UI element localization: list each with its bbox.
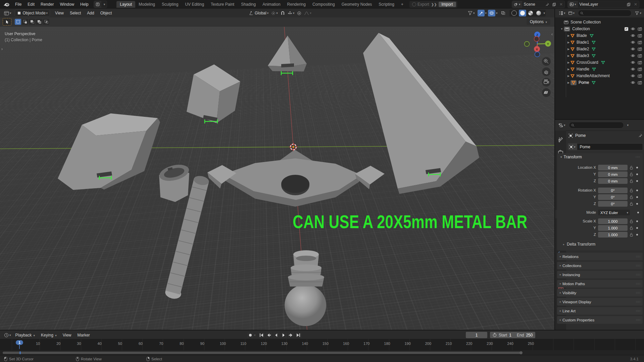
menu-help[interactable]: Help (77, 2, 92, 7)
viewport-3d[interactable]: Z Y X ‹ › (0, 17, 554, 330)
ruler-frame-70[interactable]: 70 (159, 342, 163, 346)
unlock-icon[interactable] (630, 195, 633, 199)
scale-y-field[interactable]: 1.000 (598, 225, 628, 231)
camera-icon[interactable] (638, 27, 642, 31)
collection-checkbox[interactable]: ✓ (625, 27, 628, 31)
panel-relations[interactable]: ▸Relations∷∷ (557, 253, 643, 260)
unlock-icon[interactable] (630, 232, 633, 237)
disclosure-closed-icon[interactable]: ▶ (566, 68, 571, 71)
shading-rendered-button[interactable] (535, 10, 542, 16)
workspace-tab-rendering[interactable]: Rendering (284, 1, 309, 8)
unlock-icon[interactable] (630, 165, 633, 170)
copy-icon[interactable] (625, 1, 632, 8)
camera-icon[interactable] (638, 34, 642, 38)
disclosure-closed-icon[interactable]: ▶ (566, 34, 571, 37)
rotation-x-field[interactable]: 0° (598, 188, 628, 193)
mesh-blade2-block[interactable] (187, 64, 240, 123)
zoom-button[interactable] (542, 57, 551, 66)
menu-window[interactable]: Window (57, 2, 77, 7)
ruler-frame-240[interactable]: 240 (507, 342, 513, 346)
unlock-icon[interactable] (630, 188, 633, 193)
transform-panel-header[interactable]: ▾ Transform ∷∷ (560, 155, 640, 159)
panel-collections[interactable]: ▸Collections∷∷ (557, 262, 643, 269)
select-mode-invert[interactable] (36, 19, 42, 25)
ruler-frame-110[interactable]: 110 (240, 342, 246, 346)
start-value[interactable]: 1 (509, 333, 515, 338)
scale-x-field[interactable]: 1.000 (598, 218, 628, 224)
visibility-dropdown[interactable]: ▾ (466, 10, 476, 16)
overlays-toggle[interactable] (488, 10, 495, 16)
pin-icon[interactable] (638, 134, 642, 138)
eye-icon[interactable] (631, 47, 635, 51)
select-mode-extend[interactable] (22, 19, 28, 25)
menu-tl-view[interactable]: View (60, 333, 75, 338)
falloff-dropdown[interactable]: ▾ (303, 10, 313, 16)
navigation-gizmo[interactable]: Z Y X (525, 32, 551, 57)
ruler-frame-120[interactable]: 120 (261, 342, 267, 346)
shading-material-button[interactable] (527, 10, 534, 16)
properties-editor-icon[interactable]: ▾ (557, 122, 567, 128)
play-reverse-button[interactable] (273, 332, 280, 338)
pan-button[interactable] (542, 67, 551, 76)
add-workspace-button[interactable]: + (398, 1, 407, 8)
ruler-frame-60[interactable]: 60 (139, 342, 143, 346)
unlock-icon[interactable] (630, 172, 633, 176)
next-keyframe-button[interactable] (288, 332, 294, 338)
location-z-field[interactable]: 0 mm (598, 178, 628, 184)
outliner-display-mode-icon[interactable]: ▾ (567, 10, 576, 16)
select-mode-subtract[interactable] (29, 19, 35, 25)
ruler-frame-170[interactable]: 170 (363, 342, 369, 346)
workspace-tab-texture-paint[interactable]: Texture Paint (207, 1, 238, 8)
workspace-tab-modeling[interactable]: Modeling (135, 1, 158, 8)
ruler-frame-10[interactable]: 10 (36, 342, 40, 346)
publish-button[interactable]: ▾ (94, 1, 107, 8)
ruler-frame-190[interactable]: 190 (404, 342, 410, 346)
animate-dot-icon[interactable] (636, 173, 638, 175)
ruler-frame-150[interactable]: 150 (323, 342, 329, 346)
jump-to-start-button[interactable] (258, 332, 265, 338)
orthographic-toggle-button[interactable] (542, 88, 551, 97)
camera-icon[interactable] (638, 67, 642, 71)
panel-motion-paths[interactable]: ▸Motion Paths∷∷ (557, 280, 643, 288)
timeline-scrollbar[interactable] (3, 352, 522, 354)
proportional-editing-toggle[interactable] (296, 10, 303, 16)
properties-search-input[interactable] (575, 123, 622, 127)
gizmo-y-neg-axis[interactable] (525, 42, 530, 47)
editor-type-icon[interactable]: ▾ (3, 10, 13, 16)
outliner-editor-icon[interactable]: ▾ (557, 10, 567, 16)
camera-view-button[interactable] (542, 78, 551, 87)
unlock-icon[interactable] (630, 226, 633, 230)
workspace-tab-animation[interactable]: Animation (259, 1, 284, 8)
menu-keying[interactable]: Keying ▾ (38, 333, 60, 338)
disclosure-closed-icon[interactable]: ▶ (566, 81, 571, 84)
ruler-frame-100[interactable]: 100 (220, 342, 226, 346)
shading-solid-button[interactable] (519, 10, 526, 16)
workspace-tab-sculpting[interactable]: Sculpting (158, 1, 182, 8)
menu-edit[interactable]: Edit (24, 2, 38, 7)
animate-dot-icon[interactable] (636, 220, 638, 222)
copy-icon[interactable] (551, 1, 558, 8)
outliner-row-crossguard[interactable]: ▶CrossGuard (555, 59, 644, 66)
menu-object[interactable]: Object (97, 11, 115, 15)
timeline-ruler[interactable]: 1102030405060708090100110120130140150160… (0, 339, 644, 350)
workspace-tab-uv-editing[interactable]: UV Editing (182, 1, 207, 8)
xray-toggle[interactable] (500, 10, 507, 16)
menu-render[interactable]: Render (38, 2, 57, 7)
outliner-search[interactable] (578, 10, 632, 16)
ruler-frame-220[interactable]: 220 (466, 342, 472, 346)
auto-keying-record-button[interactable] (247, 332, 253, 338)
ruler-frame-250[interactable]: 250 (528, 342, 534, 346)
options-dropdown[interactable]: Options ▾ (527, 19, 550, 25)
camera-icon[interactable] (638, 61, 642, 64)
eye-icon[interactable] (631, 34, 635, 37)
eye-icon[interactable] (631, 74, 635, 77)
mesh-blade-tip[interactable] (268, 36, 307, 71)
location-y-field[interactable]: 0 mm (598, 171, 628, 177)
location-x-field[interactable]: 0 mm (598, 165, 628, 170)
panel-custom-properties[interactable]: ▸Custom Properties∷∷ (557, 316, 643, 324)
panel-instancing[interactable]: ▸Instancing∷∷ (557, 271, 643, 278)
prev-keyframe-button[interactable] (266, 332, 272, 338)
ruler-frame-40[interactable]: 40 (98, 342, 102, 346)
active-tool-select-box[interactable] (3, 18, 11, 25)
disclosure-open-icon[interactable]: ▼ (560, 28, 564, 31)
